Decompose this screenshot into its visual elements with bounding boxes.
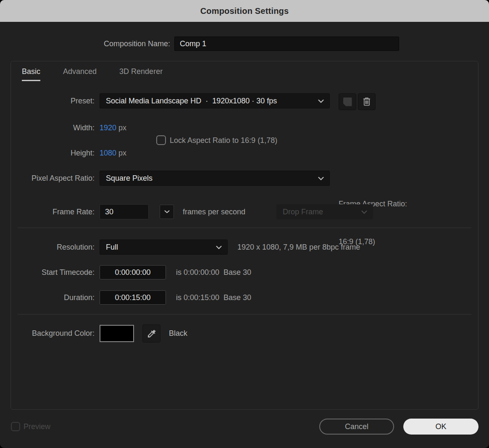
tab-bar: Basic Advanced 3D Renderer: [22, 67, 163, 81]
height-unit: px: [118, 149, 126, 157]
drop-frame-dropdown: Drop Frame: [276, 204, 373, 219]
preset-value: Social Media Landscape HD · 1920x1080 · …: [106, 97, 277, 105]
composition-settings-dialog: Composition Settings Composition Name: B…: [0, 0, 489, 448]
composition-name-input[interactable]: [174, 37, 399, 51]
save-preset-button[interactable]: [339, 93, 356, 110]
preset-dropdown[interactable]: Social Media Landscape HD · 1920x1080 · …: [100, 93, 330, 108]
width-value[interactable]: 1920: [100, 124, 116, 132]
duration-info: is 0:00:15:00 Base 30: [176, 293, 251, 302]
resolution-label: Resolution:: [13, 242, 95, 252]
duration-label: Duration:: [13, 293, 95, 302]
width-unit: px: [118, 124, 126, 132]
pixel-aspect-ratio-label: Pixel Aspect Ratio:: [13, 174, 95, 183]
height-label: Height:: [13, 148, 95, 158]
frame-rate-dropdown-button[interactable]: [160, 205, 174, 219]
start-timecode-input[interactable]: [100, 265, 166, 279]
chevron-down-icon: [305, 165, 324, 192]
chevron-down-icon: [305, 88, 324, 114]
ok-button[interactable]: OK: [403, 419, 478, 435]
width-value-row: 1920 px: [100, 123, 126, 132]
duration-input[interactable]: [100, 290, 166, 305]
tab-advanced[interactable]: Advanced: [63, 67, 97, 81]
pixel-aspect-ratio-value: Square Pixels: [106, 174, 152, 183]
title-bar: Composition Settings: [0, 0, 489, 22]
height-value[interactable]: 1080: [100, 149, 116, 157]
tab-3d-renderer[interactable]: 3D Renderer: [119, 67, 163, 81]
background-color-label: Background Color:: [13, 329, 95, 338]
chevron-down-icon: [203, 234, 222, 261]
separator: [18, 227, 471, 228]
height-value-row: 1080 px: [100, 148, 126, 158]
frame-rate-input[interactable]: [100, 204, 149, 219]
background-color-swatch[interactable]: [100, 325, 134, 342]
lock-aspect-ratio-checkbox[interactable]: [156, 135, 166, 145]
delete-preset-button[interactable]: [358, 93, 376, 110]
resolution-dropdown[interactable]: Full: [100, 240, 228, 255]
start-timecode-label: Start Timecode:: [13, 268, 95, 277]
tab-basic[interactable]: Basic: [22, 67, 40, 81]
start-timecode-info: is 0:00:00:00 Base 30: [176, 268, 251, 277]
eyedropper-button[interactable]: [142, 324, 160, 343]
resolution-value: Full: [106, 243, 118, 252]
frame-rate-suffix: frames per second: [183, 207, 245, 216]
preset-label: Preset:: [13, 96, 95, 105]
pixel-aspect-ratio-dropdown[interactable]: Square Pixels: [100, 171, 330, 186]
eyedropper-icon: [147, 329, 157, 339]
frame-rate-label: Frame Rate:: [13, 207, 95, 216]
trash-icon: [362, 97, 371, 107]
chevron-down-icon: [349, 199, 367, 225]
preview-checkbox: [11, 422, 20, 431]
width-label: Width:: [13, 123, 95, 132]
preview-label: Preview: [24, 422, 50, 431]
composition-name-label: Composition Name:: [13, 39, 170, 48]
save-preset-icon: [343, 98, 352, 106]
settings-panel: [11, 61, 478, 410]
background-color-name: Black: [169, 329, 187, 338]
dialog-title: Composition Settings: [200, 6, 289, 16]
separator: [18, 314, 471, 315]
resolution-info: 1920 x 1080, 7,9 MB per 8bpc frame: [237, 242, 360, 252]
cancel-button[interactable]: Cancel: [319, 419, 394, 435]
drop-frame-value: Drop Frame: [283, 208, 323, 216]
chevron-down-icon: [164, 210, 170, 213]
lock-aspect-ratio-label: Lock Aspect Ratio to 16:9 (1,78): [170, 136, 277, 145]
